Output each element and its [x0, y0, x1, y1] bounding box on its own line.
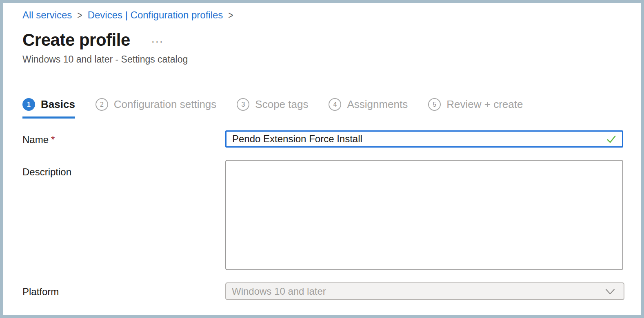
description-textarea[interactable]: [225, 160, 623, 270]
step-label: Basics: [41, 98, 75, 111]
valid-checkmark-icon: [605, 133, 617, 146]
chevron-right-icon: >: [77, 9, 82, 21]
tab-scope-tags[interactable]: 3 Scope tags: [237, 98, 308, 112]
step-label: Assignments: [347, 98, 408, 111]
step-label: Configuration settings: [114, 98, 216, 111]
platform-select-value: Windows 10 and later: [232, 286, 326, 297]
description-field-label: Description: [22, 160, 225, 178]
chevron-right-icon: >: [228, 9, 233, 21]
tab-basics[interactable]: 1 Basics: [22, 98, 75, 112]
step-label: Review + create: [446, 98, 523, 111]
step-number-badge: 1: [22, 98, 35, 111]
page-title: Create profile: [22, 30, 130, 50]
create-profile-page: All services > Devices | Configuration p…: [0, 0, 644, 318]
step-label: Scope tags: [255, 98, 308, 111]
tab-assignments[interactable]: 4 Assignments: [329, 98, 408, 112]
chevron-down-icon: [603, 287, 617, 300]
breadcrumb-link-devices-configuration-profiles[interactable]: Devices | Configuration profiles: [88, 9, 223, 21]
required-asterisk: *: [51, 134, 55, 145]
step-number-badge: 5: [428, 98, 441, 111]
name-input[interactable]: [225, 130, 623, 148]
step-number-badge: 3: [237, 98, 249, 111]
wizard-steps: 1 Basics 2 Configuration settings 3 Scop…: [22, 98, 641, 112]
tab-review-create[interactable]: 5 Review + create: [428, 98, 523, 112]
breadcrumb: All services > Devices | Configuration p…: [22, 9, 641, 21]
platform-select: Windows 10 and later: [225, 282, 624, 300]
tab-configuration-settings[interactable]: 2 Configuration settings: [95, 98, 216, 112]
step-number-badge: 4: [329, 98, 341, 111]
breadcrumb-link-all-services[interactable]: All services: [22, 9, 72, 21]
step-number-badge: 2: [95, 98, 108, 111]
name-field-label: Name*: [22, 130, 225, 146]
page-subtitle: Windows 10 and later - Settings catalog: [22, 54, 641, 65]
more-options-ellipsis-icon[interactable]: ···: [151, 36, 164, 47]
platform-field-label: Platform: [22, 282, 225, 298]
